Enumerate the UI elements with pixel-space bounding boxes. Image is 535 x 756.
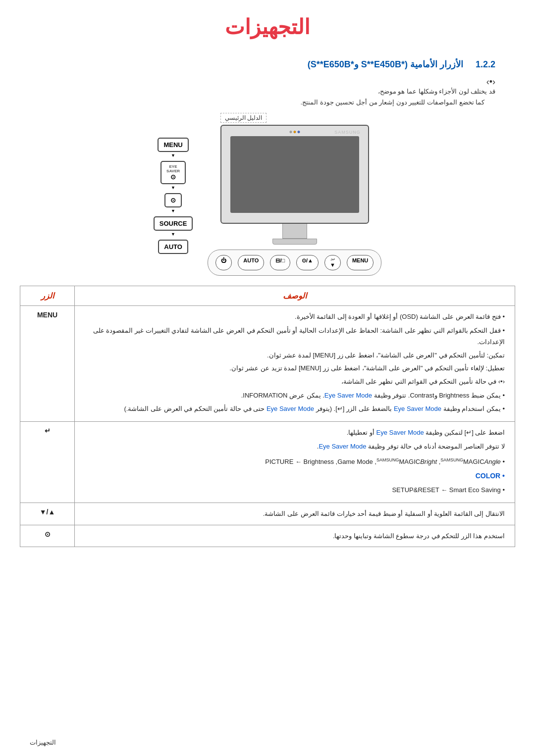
btn-label-nav: ▲/▼ xyxy=(40,508,55,516)
table-row-nav: الانتقال إلى القائمة العلوية أو السفلية … xyxy=(20,503,515,525)
btn-eye-saver-sub: EYE xyxy=(166,164,180,169)
th-button: الزر xyxy=(20,286,75,306)
desc-eye-line4: COLOR xyxy=(85,470,505,482)
menu-arrow: ▼ xyxy=(171,153,175,158)
brightness-arrow: ▼ xyxy=(171,208,175,213)
section-number: 1.2.2 xyxy=(476,59,495,69)
btn-col-menu: MENU xyxy=(20,306,75,422)
btn-label-eye: ↵ xyxy=(45,427,51,435)
desc-menu-line6: يمكن استخدام وظيفة Eye Saver Mode بالضغط… xyxy=(85,403,505,414)
btn-menu-label: MENU xyxy=(352,257,368,263)
desc-menu-line5: يمكن ضبط Brightness وContrast. تتوفر وظي… xyxy=(85,390,505,401)
desc-menu: فتح قائمة العرض على الشاشة (OSD) أو إغلا… xyxy=(75,306,515,422)
notes-area: ‹•› قد يختلف لون الأجزاء وشكلها عما هو م… xyxy=(0,75,535,113)
btn-box-menu-label: MENU xyxy=(163,141,182,149)
btn-picture[interactable]: □/⊟ xyxy=(270,255,290,270)
monitor-top-label: الدليل الرئيسي xyxy=(220,113,267,123)
note-2: كما تخضع المواصفات للتغيير دون إشعار من … xyxy=(301,99,485,106)
desc-circle-line1: استخدم هذا الزر للتحكم في درجة سطوع الشا… xyxy=(333,532,505,540)
btn-picture-label: □/⊟ xyxy=(275,257,285,263)
page-header: التجهيزات xyxy=(0,0,535,44)
bottom-button-row: MENU ↵/ ▼ ▲/⊙ □/⊟ AUTO ⏻ xyxy=(208,250,381,276)
btn-box-brightness[interactable]: ⊙ xyxy=(164,193,182,207)
btn-eye-saver-sub2: SAVER xyxy=(166,169,180,173)
th-description: الوصف xyxy=(75,286,515,306)
diagram-section: الدليل الرئيسي SAMSUNG MENU ↵/ ▼ xyxy=(0,113,535,276)
desc-eye-line3: PICTURE ← Brightness ,Game Mode ,SAMSUNG… xyxy=(85,455,505,468)
dot-orange xyxy=(293,131,296,133)
table-row-circle: استخدم هذا الزر للتحكم في درجة سطوع الشا… xyxy=(20,525,515,547)
table-row-menu: فتح قائمة العرض على الشاشة (OSD) أو إغلا… xyxy=(20,306,515,422)
btn-col-circle: ⊙ xyxy=(20,525,75,547)
btn-power[interactable]: ⏻ xyxy=(215,255,232,270)
monitor-panel: الدليل الرئيسي SAMSUNG MENU ↵/ ▼ xyxy=(208,113,381,276)
btn-col-nav: ▲/▼ xyxy=(20,503,75,525)
desc-nav: الانتقال إلى القائمة العلوية أو السفلية … xyxy=(75,503,515,525)
desc-menu-line2: قفل التحكم بالقوائم التي تظهر على الشاشة… xyxy=(85,325,505,348)
desc-menu-line1: فتح قائمة العرض على الشاشة (OSD) أو إغلا… xyxy=(85,311,505,322)
btn-menu[interactable]: MENU xyxy=(347,255,374,270)
desc-nav-line1: الانتقال إلى القائمة العلوية أو السفلية … xyxy=(263,510,505,517)
btn-label-circle: ⊙ xyxy=(45,530,51,538)
btn-col-eye: ↵ xyxy=(20,422,75,503)
monitor-brand: SAMSUNG xyxy=(334,130,361,135)
monitor-stand-base xyxy=(272,239,317,245)
btn-up-label: ▲/⊙ xyxy=(302,257,313,263)
btn-auto-label: AUTO xyxy=(243,257,259,263)
btn-label-menu: MENU xyxy=(37,311,57,319)
section-heading: الأزرار الأمامية (*S**E450B و*S**E650B) xyxy=(308,59,463,69)
btn-box-menu[interactable]: MENU xyxy=(158,138,188,152)
table-row-eye: اضغط على [↵] لتمكين وظيفة Eye Saver Mode… xyxy=(20,422,515,503)
btn-source-label: SOURCE xyxy=(160,220,187,227)
desc-eye-line5: SETUP&RESET ← Smart Eco Saving xyxy=(85,484,505,496)
page-title: التجهيزات xyxy=(225,15,310,39)
source-arrow: ▼ xyxy=(171,232,175,237)
dot-gray xyxy=(289,131,292,133)
section-title: 1.2.2 الأزرار الأمامية (*S**E450B و*S**E… xyxy=(0,44,535,75)
desc-menu-line3: تمكين: لتأمين التحكم في "العرض على الشاش… xyxy=(85,350,505,361)
btn-eye-saver-icon: ⊙ xyxy=(166,173,180,181)
monitor-stand xyxy=(272,224,317,245)
monitor-screen xyxy=(230,136,359,213)
btn-box-eye-saver[interactable]: EYE SAVER ⊙ xyxy=(160,161,186,184)
desc-eye: اضغط على [↵] لتمكين وظيفة Eye Saver Mode… xyxy=(75,422,515,503)
eye-saver-arrow: ▼ xyxy=(171,185,175,190)
monitor-diagram: SAMSUNG xyxy=(220,125,369,224)
desc-eye-line2: لا تتوفر العناصر الموضحة أدناه في حالة ت… xyxy=(85,441,505,452)
btn-nav-down[interactable]: ↵/ ▼ xyxy=(324,255,341,270)
info-table: الوصف الزر فتح قائمة العرض على الشاشة (O… xyxy=(20,286,515,547)
btn-auto-panel-label: AUTO xyxy=(164,243,182,251)
right-buttons-panel: MENU ▼ EYE SAVER ⊙ ▼ ⊙ ▼ SOURCE ▼ xyxy=(154,138,193,276)
monitor-stand-pole xyxy=(282,224,307,239)
btn-auto[interactable]: AUTO xyxy=(238,255,264,270)
desc-circle: استخدم هذا الزر للتحكم في درجة سطوع الشا… xyxy=(75,525,515,547)
table-container: الوصف الزر فتح قائمة العرض على الشاشة (O… xyxy=(20,286,515,547)
btn-power-label: ⏻ xyxy=(221,257,226,263)
btn-box-source[interactable]: SOURCE xyxy=(154,216,193,231)
note-bullet-icon: ‹•› xyxy=(40,77,495,86)
desc-eye-line1: اضغط على [↵] لتمكين وظيفة Eye Saver Mode… xyxy=(85,427,505,438)
monitor-indicator-dots xyxy=(289,131,300,133)
dot-blue xyxy=(297,131,300,133)
footer-text: التجهيزات xyxy=(30,739,56,746)
desc-menu-note: ‹•› في حالة تأمين التحكم في القوائم التي… xyxy=(85,376,505,387)
page-footer: التجهيزات xyxy=(30,739,56,746)
note-1: قد يختلف لون الأجزاء وشكلها عما هو موضح، xyxy=(378,88,495,95)
btn-box-auto[interactable]: AUTO xyxy=(158,240,188,254)
btn-brightness-label: ⊙ xyxy=(170,197,176,204)
desc-menu-line4: تعطيل: لإلغاء تأمين التحكم في "العرض على… xyxy=(85,362,505,374)
btn-nav-label: ▼ xyxy=(330,262,335,268)
btn-nav-up[interactable]: ▲/⊙ xyxy=(296,255,319,270)
